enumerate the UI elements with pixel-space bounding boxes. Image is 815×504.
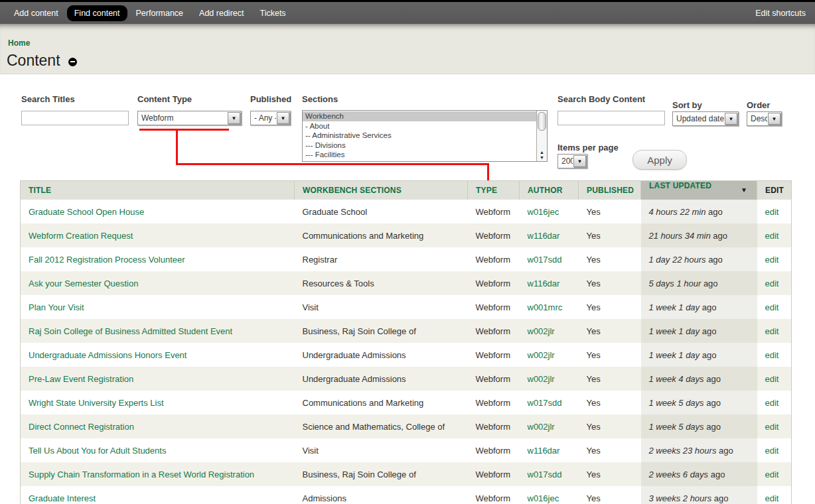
column-header-author[interactable]: AUTHOR [520, 181, 579, 200]
row-author-link[interactable]: w016jec [528, 493, 559, 503]
row-edit-link[interactable]: edit [765, 231, 779, 241]
cell-title: Fall 2012 Registration Process Volunteer [21, 247, 295, 271]
row-title-link[interactable]: Pre-Law Event Registration [29, 374, 133, 384]
cell-edit: edit [757, 295, 792, 319]
column-header-published[interactable]: PUBLISHED [579, 181, 641, 200]
row-edit-link[interactable]: edit [765, 493, 779, 503]
row-edit-link[interactable]: edit [765, 326, 779, 336]
table-row: Plan Your VisitVisitWebformw001mrcYes1 w… [21, 295, 792, 319]
scrollbar-thumb[interactable] [538, 112, 546, 131]
content-type-value: Webform [138, 113, 227, 123]
row-author-link[interactable]: w017sdd [528, 470, 562, 479]
sections-option[interactable]: --- Divisions [303, 141, 547, 151]
row-edit-link[interactable]: edit [765, 398, 779, 408]
annotation-horizontal [176, 163, 489, 165]
sections-listbox[interactable]: Workbench- About-- Administrative Servic… [302, 110, 548, 162]
sections-option[interactable]: Workbench [303, 111, 547, 121]
cell-type: Webform [468, 343, 520, 367]
row-title-link[interactable]: Fall 2012 Registration Process Volunteer [29, 255, 185, 265]
row-edit-link[interactable]: edit [765, 374, 779, 384]
toolbar-tab-tickets[interactable]: Tickets [252, 5, 293, 21]
sort-by-label: Sort by [672, 100, 702, 110]
row-author-link[interactable]: w017sdd [528, 255, 562, 265]
sections-scrollbar[interactable]: ▲ ▼ [536, 111, 547, 161]
scroll-down-icon[interactable]: ▼ [540, 155, 544, 160]
toolbar-tab-performance[interactable]: Performance [129, 5, 191, 21]
scroll-up-icon[interactable]: ▲ [540, 150, 544, 155]
sections-option[interactable]: --- Facilities [303, 150, 547, 160]
updated-duration: 1 week 5 days [649, 398, 704, 408]
row-author-link[interactable]: w116dar [528, 279, 560, 288]
cell-last-updated: 2 weeks 23 hours ago [641, 438, 757, 462]
toolbar-tab-add-content[interactable]: Add content [7, 5, 66, 21]
row-edit-link[interactable]: edit [765, 302, 779, 312]
breadcrumb-home-link[interactable]: Home [8, 38, 30, 48]
row-edit-link[interactable]: edit [765, 422, 779, 432]
row-title-link[interactable]: Direct Connect Registration [29, 422, 134, 432]
order-select[interactable]: Desc ▼ [747, 111, 782, 126]
table-row: Fall 2012 Registration Process Volunteer… [21, 247, 792, 271]
updated-duration: 5 days 1 hour [649, 279, 702, 288]
cell-author: w017sdd [520, 462, 579, 486]
row-author-link[interactable]: w002jlr [528, 422, 555, 432]
row-author-link[interactable]: w002jlr [528, 326, 555, 336]
row-edit-link[interactable]: edit [765, 255, 779, 265]
chevron-down-icon: ▼ [725, 113, 737, 125]
row-edit-link[interactable]: edit [765, 207, 779, 217]
row-author-link[interactable]: w002jlr [528, 350, 555, 360]
row-author-link[interactable]: w001mrc [528, 302, 563, 312]
sections-option[interactable]: - About [303, 121, 547, 131]
cell-type: Webform [468, 247, 520, 271]
cell-type: Webform [468, 486, 520, 504]
cell-title: Tell Us About You for Adult Students [21, 438, 295, 462]
cell-published: Yes [579, 414, 641, 438]
edit-shortcuts-link[interactable]: Edit shortcuts [755, 2, 806, 24]
search-body-input[interactable] [557, 111, 665, 125]
row-title-link[interactable]: Supply Chain Transformation in a Reset W… [29, 470, 254, 479]
page-header-band: Home Content [0, 24, 815, 74]
row-edit-link[interactable]: edit [765, 446, 779, 456]
table-row: Wright State University Experts ListComm… [21, 391, 792, 414]
sections-option[interactable]: -- Administrative Services [303, 131, 547, 141]
search-body-label: Search Body Content [557, 94, 645, 104]
cell-workbench-sections: Visit [295, 295, 468, 319]
items-per-page-select[interactable]: 200 ▼ [557, 154, 587, 168]
cell-last-updated: 1 week 4 days ago [641, 367, 757, 391]
row-title-link[interactable]: Undergraduate Admissions Honors Event [29, 350, 186, 360]
cell-published: Yes [579, 223, 641, 247]
sort-by-select[interactable]: Updated date ▼ [672, 111, 739, 126]
row-author-link[interactable]: w116dar [528, 231, 560, 241]
apply-button[interactable]: Apply [632, 150, 687, 170]
row-edit-link[interactable]: edit [765, 350, 779, 360]
column-header-type[interactable]: TYPE [468, 181, 520, 200]
row-author-link[interactable]: w002jlr [528, 374, 555, 384]
cell-edit: edit [757, 438, 792, 462]
published-select[interactable]: - Any - ▼ [250, 111, 291, 125]
row-author-link[interactable]: w016jec [528, 207, 559, 217]
row-author-link[interactable]: w116dar [528, 446, 560, 456]
row-title-link[interactable]: Wright State University Experts List [29, 398, 164, 408]
search-titles-input[interactable] [21, 111, 129, 125]
row-author-link[interactable]: w017sdd [528, 398, 562, 408]
toolbar-tab-add-redirect[interactable]: Add redirect [192, 5, 251, 21]
cell-title: Supply Chain Transformation in a Reset W… [21, 462, 295, 486]
column-header-label: TITLE [29, 186, 51, 195]
column-header-sections[interactable]: WORKBENCH SECTIONS [295, 181, 468, 200]
cell-author: w002jlr [520, 343, 579, 367]
toolbar-tab-find-content[interactable]: Find content [67, 5, 127, 21]
row-edit-link[interactable]: edit [765, 470, 779, 479]
row-title-link[interactable]: Graduate Interest [29, 493, 96, 503]
content-type-select[interactable]: Webform ▼ [137, 111, 242, 125]
row-title-link[interactable]: Tell Us About You for Adult Students [29, 446, 166, 456]
row-title-link[interactable]: Ask your Semester Question [29, 279, 138, 288]
row-title-link[interactable]: Webform Creation Request [29, 231, 133, 241]
minus-circle-icon[interactable] [68, 58, 77, 66]
cell-last-updated: 1 week 5 days ago [641, 414, 757, 438]
cell-last-updated: 21 hours 34 min ago [641, 223, 757, 247]
row-title-link[interactable]: Raj Soin College of Business Admitted St… [29, 326, 232, 336]
row-title-link[interactable]: Plan Your Visit [29, 302, 84, 312]
row-edit-link[interactable]: edit [765, 279, 779, 288]
row-title-link[interactable]: Graduate School Open House [29, 207, 144, 217]
column-header-updated[interactable]: LAST UPDATED▼ [641, 181, 757, 200]
column-header-title[interactable]: TITLE [21, 181, 295, 200]
